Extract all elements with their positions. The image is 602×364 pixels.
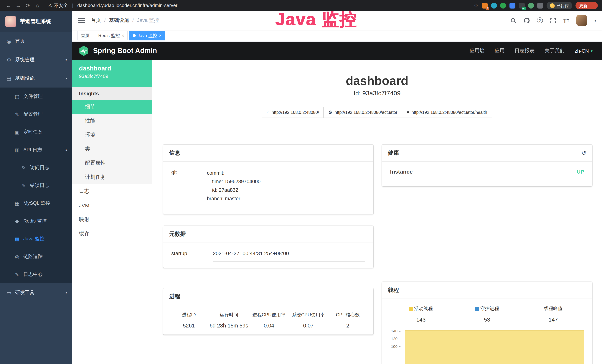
app-logo-row[interactable]: 芋道管理系统 — [0, 11, 72, 32]
sba-item-jvm[interactable]: JVM — [72, 198, 152, 213]
reload-icon[interactable]: ⟳ — [24, 3, 32, 9]
sba-locale-value: zh-CN — [575, 48, 589, 54]
paused-label: 已暂停 — [557, 3, 569, 8]
extension-icon-blue-grid[interactable] — [509, 3, 516, 9]
profile-paused-badge[interactable]: 已暂停 — [547, 2, 572, 9]
sba-item-details[interactable]: 细节 — [72, 100, 152, 114]
sidebar-item-error-log[interactable]: ✎ 错误日志 — [0, 177, 72, 194]
sidebar-item-java-monitor[interactable]: ▧ Java 监控 — [0, 230, 72, 248]
back-icon[interactable]: ← — [4, 3, 13, 9]
sidebar-item-api-log[interactable]: ▥ API 日志 ▴ — [0, 141, 72, 159]
sidebar-item-access-log[interactable]: ✎ 访问日志 — [0, 159, 72, 177]
sba-item-classes[interactable]: 类 — [72, 142, 152, 156]
actuator-url-button[interactable]: ⚙ http://192.168.0.2:48080/actuator — [323, 107, 402, 118]
service-url-button[interactable]: ⌂ http://192.168.0.2:48080/ — [262, 107, 324, 118]
breadcrumb-section[interactable]: 基础设施 — [109, 17, 129, 24]
card-title: 元数据 — [169, 231, 186, 238]
menu-label: MySQL 监控 — [23, 200, 50, 207]
address-url[interactable]: dashboard.yudao.iocoder.cn/infra/admin-s… — [77, 3, 178, 8]
forward-icon[interactable]: → — [14, 3, 22, 9]
health-instance-row[interactable]: Instance UP — [388, 168, 586, 180]
sba-nav-about[interactable]: 关于我们 — [545, 47, 565, 54]
legend-daemon-threads: 守护进程 53 — [454, 306, 520, 323]
sba-item-scheduled-tasks[interactable]: 计划任务 — [72, 170, 152, 184]
sidebar-item-devtools[interactable]: ▭ 研发工具 ▾ — [0, 283, 72, 302]
app-logo — [5, 16, 16, 27]
close-icon[interactable]: × — [159, 33, 161, 38]
sba-item-config-props[interactable]: 配置属性 — [72, 156, 152, 170]
search-icon[interactable] — [510, 17, 516, 23]
trace-icon: ◎ — [14, 254, 20, 259]
sba-item-label: 缓存 — [79, 230, 89, 237]
sba-instance-header[interactable]: dashboard 93a3fc7f7409 — [72, 60, 152, 87]
security-indicator[interactable]: ⚠ 不安全 — [48, 2, 68, 9]
health-url-button[interactable]: ♥ http://192.168.0.2:48080/actuator/heal… — [402, 107, 492, 118]
chrome-update-button[interactable]: 更新 ⋮ — [575, 2, 598, 9]
git-info-value: commit: time: 1596289704000 id: 27aa832 … — [207, 169, 365, 208]
legend-label: 守护进程 — [480, 306, 499, 312]
sidebar-item-system[interactable]: ⚙ 系统管理 ▾ — [0, 50, 72, 69]
sidebar-item-home[interactable]: ◉ 首页 — [0, 32, 72, 50]
menu-label: API 日志 — [23, 147, 42, 153]
fullscreen-icon[interactable] — [550, 17, 556, 23]
bookmark-star-icon[interactable]: ☆ — [474, 3, 478, 9]
sba-nav-wallboard[interactable]: 应用墙 — [469, 47, 484, 54]
sidebar-item-mysql[interactable]: ▦ MySQL 监控 — [0, 194, 72, 212]
sba-item-mappings[interactable]: 映射 — [72, 213, 152, 227]
sba-nav: 应用墙 应用 日志报表 关于我们 zh-CN ▾ — [469, 47, 596, 54]
caret-down-icon[interactable]: ▾ — [594, 18, 596, 22]
sidebar-item-config[interactable]: ✎ 配置管理 — [0, 105, 72, 123]
sba-nav-applications[interactable]: 应用 — [494, 47, 505, 54]
info-card: 信息 git commit: time: 1596289704000 id: 2… — [163, 145, 373, 214]
history-icon[interactable]: ↺ — [581, 150, 586, 157]
legend-blue-swatch — [475, 307, 479, 310]
breadcrumb-separator: / — [132, 18, 134, 23]
sba-body: dashboard 93a3fc7f7409 Insights 细节 性能 环境… — [72, 60, 602, 364]
sba-item-metrics[interactable]: 性能 — [72, 114, 152, 128]
sidebar-item-file[interactable]: ▢ 文件管理 — [0, 87, 72, 105]
process-col-cpu: 进程CPU使用率 0.04 — [249, 312, 289, 329]
sidebar-item-infra[interactable]: ▤ 基础设施 ▴ — [0, 69, 72, 87]
sba-item-label: JVM — [79, 203, 89, 208]
menu-label: 日志中心 — [23, 271, 43, 278]
health-url: http://192.168.0.2:48080/actuator/health — [412, 110, 487, 115]
browser-home-icon[interactable]: ⌂ — [33, 3, 42, 9]
col-value: 6d 23h 15m 59s — [210, 323, 248, 329]
extension-icon-leaf[interactable] — [528, 3, 534, 9]
extension-icon-teal[interactable] — [491, 3, 497, 9]
sidebar-item-trace[interactable]: ◎ 链路追踪 — [0, 248, 72, 266]
status-badge: UP — [577, 169, 584, 174]
sba-section-insights: Insights — [72, 87, 152, 100]
sba-nav-journal[interactable]: 日志报表 — [515, 47, 535, 54]
sba-item-logfile[interactable]: 日志 — [72, 184, 152, 198]
help-icon[interactable]: ? — [537, 17, 543, 23]
breadcrumb-home[interactable]: 首页 — [91, 17, 101, 24]
col-value: 0.07 — [290, 323, 327, 329]
sba-item-caches[interactable]: 缓存 — [72, 227, 152, 241]
extension-icon-puzzle[interactable] — [537, 3, 543, 9]
sba-item-label: 计划任务 — [85, 174, 106, 181]
sidebar-item-job[interactable]: ▣ 定时任务 — [0, 123, 72, 141]
sidebar-item-log-center[interactable]: ✎ 日志中心 — [0, 266, 72, 283]
close-icon[interactable]: × — [122, 33, 124, 38]
wrench-icon: ⚙ — [328, 110, 333, 115]
hamburger-icon[interactable] — [78, 18, 85, 23]
github-icon[interactable] — [523, 17, 530, 23]
extension-icon-dark[interactable]: on — [519, 3, 525, 9]
tab-redis-monitor[interactable]: Redis 监控 × — [95, 31, 128, 40]
sba-locale-select[interactable]: zh-CN ▾ — [575, 48, 592, 54]
threads-chart: 140 120 100 — [388, 329, 586, 364]
avatar[interactable] — [576, 15, 587, 26]
col-header: 运行时间 — [210, 312, 248, 318]
extension-icon-green[interactable] — [500, 3, 506, 9]
tab-home[interactable]: 首页 — [77, 31, 93, 40]
git-commit-line: commit: — [207, 169, 365, 178]
tags-view-bar: 首页 Redis 监控 × Java 监控 × — [72, 30, 602, 42]
tab-java-monitor[interactable]: Java 监控 × — [129, 31, 165, 40]
sidebar-item-redis[interactable]: ◆ Redis 监控 — [0, 212, 72, 230]
y-axis-tick: 120 — [388, 336, 400, 341]
sba-item-environment[interactable]: 环境 — [72, 128, 152, 142]
sba-brand[interactable]: Spring Boot Admin — [78, 45, 157, 56]
extension-icon-orange[interactable]: 1 — [482, 3, 488, 9]
font-size-icon[interactable]: TT — [563, 18, 569, 23]
